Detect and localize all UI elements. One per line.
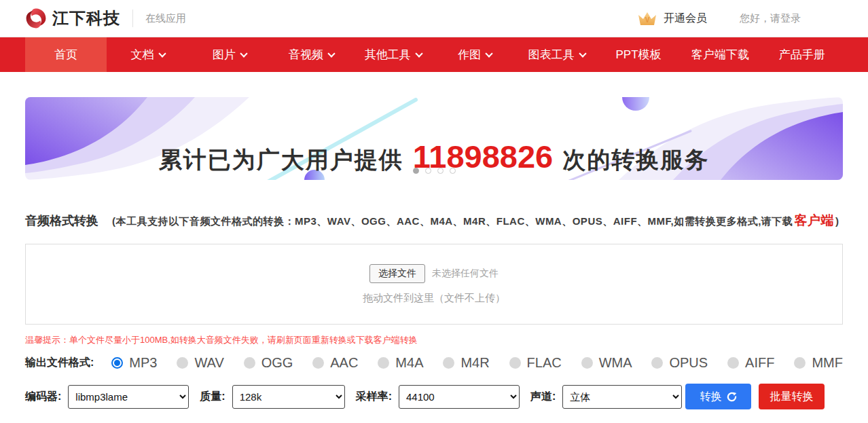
nav-item-label: 产品手册 xyxy=(779,47,825,62)
sample-rate-select[interactable]: 44100 xyxy=(399,385,520,409)
banner-carousel: 累计已为广大用户提供 11898826 次的转换服务 xyxy=(25,97,843,180)
format-option-label: MP3 xyxy=(129,355,157,371)
nav-item-label: 客户端下载 xyxy=(691,47,749,62)
nav-item-3[interactable]: 音视频 xyxy=(270,37,352,72)
format-option-label: FLAC xyxy=(527,355,562,371)
chevron-down-icon xyxy=(486,50,493,57)
choose-file-button[interactable]: 选择文件 xyxy=(369,264,425,283)
no-file-selected-text: 未选择任何文件 xyxy=(432,268,499,280)
support-prefix: (本工具支持以下音频文件格式的转换：MP3、WAV、OGG、AAC、M4A、M4… xyxy=(112,215,793,227)
nav-item-label: 首页 xyxy=(54,47,77,62)
quality-select[interactable]: 128k xyxy=(232,385,345,409)
output-format-label: 输出文件格式: xyxy=(25,356,94,370)
vip-link[interactable]: V 开通会员 xyxy=(637,10,707,26)
radio-icon xyxy=(378,357,389,369)
nav-item-6[interactable]: 图表工具 xyxy=(516,37,597,72)
nav-item-4[interactable]: 其他工具 xyxy=(352,37,434,72)
svg-text:V: V xyxy=(645,16,650,24)
format-option-opus[interactable]: OPUS xyxy=(651,355,708,371)
header-divider xyxy=(132,10,133,27)
format-option-mp3[interactable]: MP3 xyxy=(111,355,157,371)
page-title: 音频格式转换 xyxy=(25,213,98,229)
nav-item-label: 图表工具 xyxy=(528,47,575,62)
format-option-m4r[interactable]: M4R xyxy=(443,355,489,371)
output-format-row: 输出文件格式: MP3WAVOGGAACM4AM4RFLACWMAOPUSAIF… xyxy=(25,355,843,371)
format-option-m4a[interactable]: M4A xyxy=(378,355,423,371)
sample-rate-label: 采样率: xyxy=(356,390,392,404)
carousel-dot-0[interactable] xyxy=(413,168,419,174)
nav-item-label: PPT模板 xyxy=(616,47,662,62)
carousel-dot-3[interactable] xyxy=(450,168,456,174)
chevron-down-icon xyxy=(240,50,247,57)
quality-label: 质量: xyxy=(200,390,225,404)
radio-icon xyxy=(312,357,324,369)
format-option-label: OGG xyxy=(261,355,293,371)
format-option-aiff[interactable]: AIFF xyxy=(727,355,774,371)
channel-label: 声道: xyxy=(530,390,556,404)
conversion-settings-row: 编码器: libmp3lame 质量: 128k 采样率: 44100 声道: … xyxy=(25,384,843,423)
chevron-down-icon xyxy=(158,50,166,57)
login-link[interactable]: 您好，请登录 xyxy=(740,12,801,25)
tool-heading: 音频格式转换 (本工具支持以下音频文件格式的转换：MP3、WAV、OGG、AAC… xyxy=(25,212,843,229)
nav-item-2[interactable]: 图片 xyxy=(189,37,270,72)
nav-item-label: 其他工具 xyxy=(365,47,411,62)
radio-icon xyxy=(794,357,806,369)
format-options: MP3WAVOGGAACM4AM4RFLACWMAOPUSAIFFMMF xyxy=(111,355,843,371)
encoder-label: 编码器: xyxy=(25,390,61,404)
red-swirl-logo-icon xyxy=(25,7,47,29)
radio-icon xyxy=(177,357,188,369)
nav-item-1[interactable]: 文档 xyxy=(107,37,188,72)
vip-label: 开通会员 xyxy=(664,12,707,26)
format-option-mmf[interactable]: MMF xyxy=(794,355,843,371)
radio-icon xyxy=(443,357,454,369)
header-subtitle: 在线应用 xyxy=(145,12,186,25)
format-option-aac[interactable]: AAC xyxy=(312,355,358,371)
format-option-ogg[interactable]: OGG xyxy=(244,355,293,371)
nav-item-7[interactable]: PPT模板 xyxy=(598,37,679,72)
chevron-down-icon xyxy=(415,50,422,57)
nav-item-label: 图片 xyxy=(213,47,236,62)
brand-name: 江下科技 xyxy=(52,7,120,29)
drag-hint-text: 拖动文件到这里（文件不上传） xyxy=(363,292,505,305)
header-actions: V 开通会员 您好，请登录 xyxy=(637,10,843,26)
radio-icon xyxy=(244,357,255,369)
batch-convert-button[interactable]: 批量转换 xyxy=(759,384,825,409)
nav-item-label: 音视频 xyxy=(289,47,323,62)
carousel-dot-2[interactable] xyxy=(437,168,444,174)
radio-icon xyxy=(727,357,739,369)
nav-item-label: 文档 xyxy=(131,47,154,62)
page: 江下科技 在线应用 V xyxy=(0,0,868,423)
top-header: 江下科技 在线应用 V xyxy=(0,0,868,37)
nav-item-0[interactable]: 首页 xyxy=(25,37,107,72)
client-download-link[interactable]: 客户端 xyxy=(794,213,834,227)
channel-select[interactable]: 立体 xyxy=(562,385,682,409)
radio-icon xyxy=(581,357,593,369)
radio-icon xyxy=(111,357,123,369)
warning-tip: 温馨提示：单个文件尽量小于100MB,如转换大音频文件失败，请刷新页面重新转换或… xyxy=(25,334,843,346)
file-dropzone[interactable]: 选择文件 未选择任何文件 拖动文件到这里（文件不上传） xyxy=(25,244,843,325)
format-option-label: OPUS xyxy=(669,355,708,371)
format-option-flac[interactable]: FLAC xyxy=(509,355,562,371)
format-option-label: MMF xyxy=(812,355,843,371)
nav-item-8[interactable]: 客户端下载 xyxy=(679,37,761,72)
format-option-label: AAC xyxy=(330,355,358,371)
radio-icon xyxy=(509,357,521,369)
format-option-label: M4R xyxy=(460,355,489,371)
encoder-select[interactable]: libmp3lame xyxy=(68,385,189,409)
convert-button[interactable]: 转换 xyxy=(685,384,751,409)
chevron-down-icon xyxy=(579,50,586,57)
main-nav: 首页文档图片音视频其他工具作图图表工具PPT模板客户端下载产品手册 xyxy=(0,37,868,72)
batch-convert-button-label: 批量转换 xyxy=(770,390,814,404)
format-option-wma[interactable]: WMA xyxy=(581,355,632,371)
crown-icon: V xyxy=(637,10,657,26)
carousel-dot-1[interactable] xyxy=(425,168,431,174)
format-option-label: M4A xyxy=(395,355,423,371)
radio-icon xyxy=(651,357,663,369)
nav-item-5[interactable]: 作图 xyxy=(434,37,516,72)
format-option-wav[interactable]: WAV xyxy=(177,355,223,371)
format-option-label: AIFF xyxy=(745,355,774,371)
format-option-label: WMA xyxy=(599,355,632,371)
brand-logo[interactable]: 江下科技 xyxy=(25,7,120,29)
nav-item-9[interactable]: 产品手册 xyxy=(761,37,843,72)
convert-button-label: 转换 xyxy=(700,390,722,404)
